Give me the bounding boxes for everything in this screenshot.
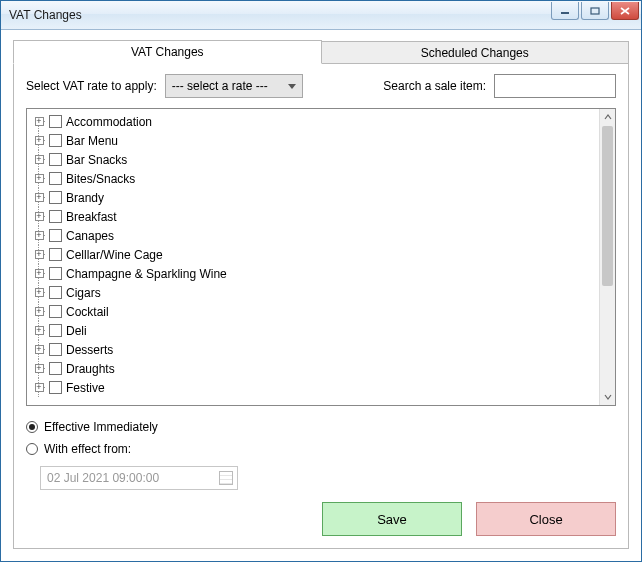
tree-checkbox[interactable]	[49, 172, 62, 185]
effective-radio-group: Effective Immediately With effect from: …	[26, 416, 616, 490]
tree-line: +	[33, 226, 45, 245]
titlebar-controls	[551, 2, 639, 20]
tree-row[interactable]: +Breakfast	[33, 207, 599, 226]
close-window-button[interactable]	[611, 2, 639, 20]
tree-checkbox[interactable]	[49, 210, 62, 223]
tree-row[interactable]: +Celllar/Wine Cage	[33, 245, 599, 264]
tree-row[interactable]: +Brandy	[33, 188, 599, 207]
tree-row[interactable]: +Accommodation	[33, 112, 599, 131]
category-tree[interactable]: +Accommodation+Bar Menu+Bar Snacks+Bites…	[27, 109, 599, 405]
radio-row-immediate[interactable]: Effective Immediately	[26, 416, 616, 438]
expand-icon[interactable]: +	[35, 288, 44, 297]
tree-item-label: Bar Menu	[66, 134, 118, 148]
tree-checkbox[interactable]	[49, 115, 62, 128]
tree-line: +	[33, 150, 45, 169]
tab-label: VAT Changes	[131, 45, 204, 59]
tree-container: +Accommodation+Bar Menu+Bar Snacks+Bites…	[26, 108, 616, 406]
rate-select[interactable]: --- select a rate ---	[165, 74, 303, 98]
tree-line: +	[33, 245, 45, 264]
scroll-thumb[interactable]	[602, 126, 613, 286]
expand-icon[interactable]: +	[35, 231, 44, 240]
tree-row[interactable]: +Canapes	[33, 226, 599, 245]
expand-icon[interactable]: +	[35, 383, 44, 392]
expand-icon[interactable]: +	[35, 345, 44, 354]
tree-item-label: Champagne & Sparkling Wine	[66, 267, 227, 281]
save-button[interactable]: Save	[322, 502, 462, 536]
tree-item-label: Deli	[66, 324, 87, 338]
tree-row[interactable]: +Bar Snacks	[33, 150, 599, 169]
tree-line: +	[33, 207, 45, 226]
tree-checkbox[interactable]	[49, 153, 62, 166]
expand-icon[interactable]: +	[35, 117, 44, 126]
tab-scheduled-changes[interactable]: Scheduled Changes	[322, 41, 630, 64]
close-button-label: Close	[529, 512, 562, 527]
tab-label: Scheduled Changes	[421, 46, 529, 60]
tree-line: +	[33, 169, 45, 188]
datetime-value: 02 Jul 2021 09:00:00	[47, 471, 159, 485]
tree-checkbox[interactable]	[49, 191, 62, 204]
vertical-scrollbar[interactable]	[599, 109, 615, 405]
tree-item-label: Draughts	[66, 362, 115, 376]
scroll-up-button[interactable]	[600, 109, 615, 125]
search-label: Search a sale item:	[383, 79, 486, 93]
expand-icon[interactable]: +	[35, 174, 44, 183]
tree-item-label: Bites/Snacks	[66, 172, 135, 186]
close-button[interactable]: Close	[476, 502, 616, 536]
tree-checkbox[interactable]	[49, 286, 62, 299]
expand-icon[interactable]: +	[35, 155, 44, 164]
tree-line: +	[33, 131, 45, 150]
chevron-down-icon	[604, 393, 612, 401]
close-icon	[620, 7, 630, 15]
tree-row[interactable]: +Cocktail	[33, 302, 599, 321]
tree-row[interactable]: +Deli	[33, 321, 599, 340]
tree-checkbox[interactable]	[49, 134, 62, 147]
tree-row[interactable]: +Champagne & Sparkling Wine	[33, 264, 599, 283]
expand-icon[interactable]: +	[35, 193, 44, 202]
expand-icon[interactable]: +	[35, 269, 44, 278]
tree-row[interactable]: +Desserts	[33, 340, 599, 359]
tree-checkbox[interactable]	[49, 248, 62, 261]
expand-icon[interactable]: +	[35, 364, 44, 373]
radio-from[interactable]	[26, 443, 38, 455]
tree-checkbox[interactable]	[49, 229, 62, 242]
effective-datetime-picker[interactable]: 02 Jul 2021 09:00:00	[40, 466, 238, 490]
scroll-down-button[interactable]	[600, 389, 615, 405]
maximize-button[interactable]	[581, 2, 609, 20]
tree-checkbox[interactable]	[49, 305, 62, 318]
search-input[interactable]	[494, 74, 616, 98]
expand-icon[interactable]: +	[35, 136, 44, 145]
tree-row[interactable]: +Draughts	[33, 359, 599, 378]
tree-checkbox[interactable]	[49, 343, 62, 356]
tree-line: +	[33, 112, 45, 131]
tree-line: +	[33, 188, 45, 207]
tree-row[interactable]: +Bites/Snacks	[33, 169, 599, 188]
tab-panel: Select VAT rate to apply: --- select a r…	[13, 64, 629, 549]
expand-icon[interactable]: +	[35, 212, 44, 221]
tree-item-label: Cocktail	[66, 305, 109, 319]
tree-checkbox[interactable]	[49, 362, 62, 375]
tree-line: +	[33, 321, 45, 340]
radio-row-from[interactable]: With effect from:	[26, 438, 616, 460]
client-area: VAT Changes Scheduled Changes Select VAT…	[1, 30, 641, 561]
tree-row[interactable]: +Bar Menu	[33, 131, 599, 150]
expand-icon[interactable]: +	[35, 250, 44, 259]
tree-line: +	[33, 340, 45, 359]
expand-icon[interactable]: +	[35, 326, 44, 335]
expand-icon[interactable]: +	[35, 307, 44, 316]
save-button-label: Save	[377, 512, 407, 527]
svg-rect-1	[591, 8, 599, 14]
tree-checkbox[interactable]	[49, 381, 62, 394]
radio-immediate[interactable]	[26, 421, 38, 433]
minimize-button[interactable]	[551, 2, 579, 20]
tree-checkbox[interactable]	[49, 324, 62, 337]
tree-row[interactable]: +Festive	[33, 378, 599, 397]
tree-checkbox[interactable]	[49, 267, 62, 280]
radio-from-label: With effect from:	[44, 442, 131, 456]
svg-rect-0	[561, 12, 569, 14]
tree-row[interactable]: +Cigars	[33, 283, 599, 302]
tab-vat-changes[interactable]: VAT Changes	[13, 40, 322, 64]
tree-item-label: Accommodation	[66, 115, 152, 129]
tree-line: +	[33, 283, 45, 302]
maximize-icon	[590, 7, 600, 15]
minimize-icon	[560, 7, 570, 15]
